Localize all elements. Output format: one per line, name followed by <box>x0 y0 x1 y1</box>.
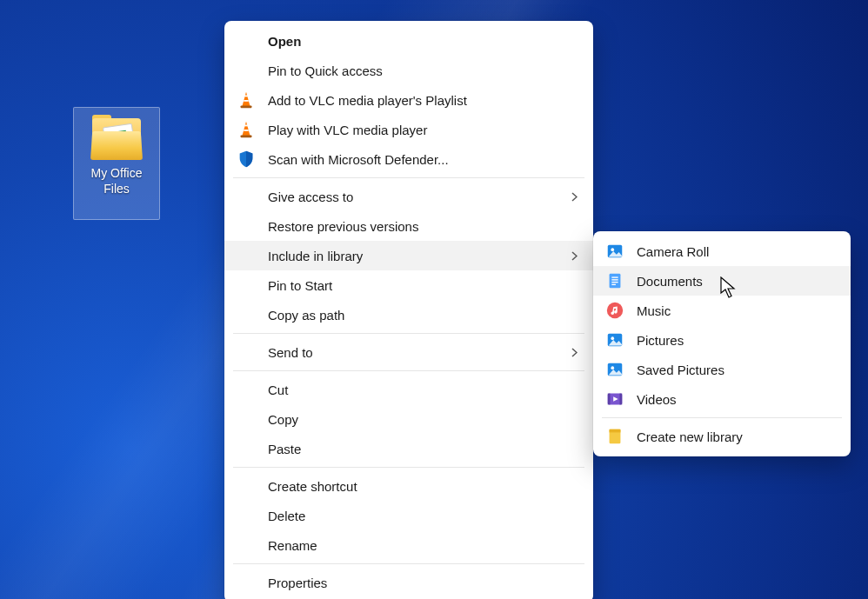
menu-label: Play with VLC media player <box>268 123 578 137</box>
folder-icon <box>89 115 144 160</box>
menu-item-copy[interactable]: Copy <box>224 404 593 434</box>
menu-item-cut[interactable]: Cut <box>224 375 593 404</box>
menu-label: Cut <box>268 383 578 397</box>
menu-item-properties[interactable]: Properties <box>224 568 593 597</box>
svg-point-15 <box>607 303 623 318</box>
menu-label: Paste <box>268 442 578 456</box>
svg-rect-11 <box>611 276 618 277</box>
submenu-label: Music <box>637 303 835 318</box>
menu-separator <box>602 417 842 418</box>
music-library-icon <box>605 301 624 320</box>
svg-rect-5 <box>244 125 248 127</box>
menu-separator <box>233 177 584 178</box>
menu-label: Pin to Start <box>268 278 578 293</box>
submenu-item-videos[interactable]: Videos <box>593 384 851 414</box>
desktop-folder[interactable]: My Office Files <box>73 107 160 220</box>
svg-rect-7 <box>241 135 252 137</box>
submenu-item-pictures[interactable]: Pictures <box>593 325 851 355</box>
menu-label: Properties <box>268 576 578 590</box>
context-menu: Open Pin to Quick access Add to VLC medi… <box>224 21 593 599</box>
menu-label: Delete <box>268 509 578 523</box>
menu-separator <box>233 467 584 468</box>
desktop-folder-label: My Office Files <box>74 165 159 196</box>
svg-rect-22 <box>620 394 623 405</box>
submenu-item-saved-pictures[interactable]: Saved Pictures <box>593 355 851 384</box>
submenu-label: Pictures <box>637 333 835 348</box>
menu-separator <box>233 333 584 334</box>
submenu-item-camera-roll[interactable]: Camera Roll <box>593 236 851 266</box>
menu-label: Send to <box>268 345 562 360</box>
menu-item-copy-as-path[interactable]: Copy as path <box>224 300 593 329</box>
menu-label: Give access to <box>268 190 562 204</box>
svg-rect-3 <box>241 105 252 108</box>
menu-separator <box>233 563 584 564</box>
menu-separator <box>233 370 584 371</box>
svg-point-17 <box>611 336 614 340</box>
menu-item-include-in-library[interactable]: Include in library <box>224 241 593 270</box>
menu-label: Scan with Microsoft Defender... <box>268 152 578 167</box>
menu-label: Include in library <box>268 249 562 263</box>
menu-label: Rename <box>268 538 578 553</box>
shield-icon <box>237 150 256 169</box>
menu-item-vlc-play[interactable]: Play with VLC media player <box>224 115 593 144</box>
svg-rect-2 <box>244 100 249 102</box>
menu-label: Open <box>268 34 578 49</box>
menu-item-create-shortcut[interactable]: Create shortcut <box>224 471 593 501</box>
svg-rect-12 <box>611 279 618 280</box>
menu-item-delete[interactable]: Delete <box>224 501 593 530</box>
submenu-item-create-new-library[interactable]: Create new library <box>593 422 851 451</box>
menu-label: Restore previous versions <box>268 219 578 234</box>
pictures-library-icon <box>605 242 624 261</box>
submenu-label: Documents <box>637 274 835 289</box>
submenu-label: Saved Pictures <box>637 363 835 377</box>
pictures-library-icon <box>605 360 624 379</box>
menu-label: Pin to Quick access <box>268 63 578 78</box>
chevron-right-icon <box>562 249 578 263</box>
svg-rect-13 <box>611 282 618 283</box>
svg-rect-25 <box>610 429 621 433</box>
menu-item-paste[interactable]: Paste <box>224 434 593 463</box>
submenu-item-documents[interactable]: Documents <box>593 266 851 296</box>
documents-library-icon <box>605 271 624 290</box>
menu-item-send-to[interactable]: Send to <box>224 337 593 367</box>
menu-label: Copy as path <box>268 308 578 323</box>
svg-marker-0 <box>242 92 250 107</box>
chevron-right-icon <box>562 190 578 204</box>
new-library-icon <box>605 427 624 446</box>
videos-library-icon <box>605 389 624 409</box>
submenu-label: Create new library <box>637 429 835 444</box>
svg-marker-4 <box>242 122 250 136</box>
svg-rect-21 <box>608 394 611 405</box>
menu-item-vlc-add[interactable]: Add to VLC media player's Playlist <box>224 85 593 115</box>
menu-item-defender-scan[interactable]: Scan with Microsoft Defender... <box>224 144 593 174</box>
svg-rect-14 <box>611 284 616 285</box>
menu-label: Create shortcut <box>268 479 578 494</box>
menu-item-rename[interactable]: Rename <box>224 530 593 560</box>
menu-item-restore-previous[interactable]: Restore previous versions <box>224 211 593 241</box>
chevron-right-icon <box>562 345 578 360</box>
svg-rect-6 <box>244 130 249 131</box>
vlc-cone-icon <box>237 90 256 110</box>
menu-item-pin-quick-access[interactable]: Pin to Quick access <box>224 56 593 85</box>
svg-point-9 <box>611 248 614 251</box>
menu-label: Add to VLC media player's Playlist <box>268 93 578 108</box>
svg-point-19 <box>611 366 614 369</box>
menu-item-pin-to-start[interactable]: Pin to Start <box>224 270 593 300</box>
menu-label: Copy <box>268 412 578 427</box>
submenu-label: Camera Roll <box>637 244 835 259</box>
vlc-cone-icon <box>237 120 256 139</box>
submenu-label: Videos <box>637 392 835 407</box>
submenu-item-music[interactable]: Music <box>593 296 851 325</box>
library-submenu: Camera Roll Documents Music Pictures Sav… <box>593 231 851 456</box>
menu-item-open[interactable]: Open <box>224 26 593 56</box>
pictures-library-icon <box>605 330 624 349</box>
svg-rect-10 <box>610 274 621 289</box>
menu-item-give-access-to[interactable]: Give access to <box>224 182 593 211</box>
svg-rect-1 <box>244 96 248 97</box>
